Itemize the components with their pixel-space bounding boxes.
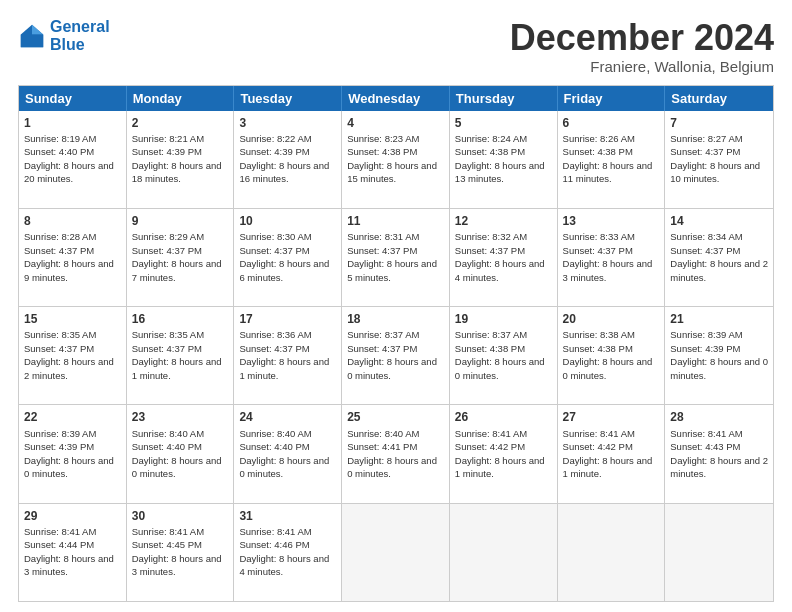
header-friday: Friday bbox=[558, 86, 666, 111]
logo-general: General bbox=[50, 18, 110, 35]
cell-info: Sunrise: 8:40 AMSunset: 4:40 PMDaylight:… bbox=[239, 428, 329, 480]
cal-cell-29: 29Sunrise: 8:41 AMSunset: 4:44 PMDayligh… bbox=[19, 504, 127, 601]
header: General Blue December 2024 Franiere, Wal… bbox=[18, 18, 774, 75]
cal-cell-empty bbox=[558, 504, 666, 601]
location: Franiere, Wallonia, Belgium bbox=[510, 58, 774, 75]
cal-cell-14: 14Sunrise: 8:34 AMSunset: 4:37 PMDayligh… bbox=[665, 209, 773, 306]
cal-cell-18: 18Sunrise: 8:37 AMSunset: 4:37 PMDayligh… bbox=[342, 307, 450, 404]
day-number: 11 bbox=[347, 213, 444, 229]
cell-info: Sunrise: 8:21 AMSunset: 4:39 PMDaylight:… bbox=[132, 133, 222, 185]
day-number: 18 bbox=[347, 311, 444, 327]
cal-cell-6: 6Sunrise: 8:26 AMSunset: 4:38 PMDaylight… bbox=[558, 111, 666, 208]
cal-row-4: 22Sunrise: 8:39 AMSunset: 4:39 PMDayligh… bbox=[19, 404, 773, 502]
cell-info: Sunrise: 8:29 AMSunset: 4:37 PMDaylight:… bbox=[132, 231, 222, 283]
day-number: 8 bbox=[24, 213, 121, 229]
cal-cell-11: 11Sunrise: 8:31 AMSunset: 4:37 PMDayligh… bbox=[342, 209, 450, 306]
cell-info: Sunrise: 8:26 AMSunset: 4:38 PMDaylight:… bbox=[563, 133, 653, 185]
cal-cell-20: 20Sunrise: 8:38 AMSunset: 4:38 PMDayligh… bbox=[558, 307, 666, 404]
cal-cell-2: 2Sunrise: 8:21 AMSunset: 4:39 PMDaylight… bbox=[127, 111, 235, 208]
day-number: 29 bbox=[24, 508, 121, 524]
day-number: 10 bbox=[239, 213, 336, 229]
logo-blue: Blue bbox=[50, 36, 110, 54]
cal-cell-16: 16Sunrise: 8:35 AMSunset: 4:37 PMDayligh… bbox=[127, 307, 235, 404]
cal-cell-22: 22Sunrise: 8:39 AMSunset: 4:39 PMDayligh… bbox=[19, 405, 127, 502]
cal-cell-3: 3Sunrise: 8:22 AMSunset: 4:39 PMDaylight… bbox=[234, 111, 342, 208]
day-number: 28 bbox=[670, 409, 768, 425]
calendar: Sunday Monday Tuesday Wednesday Thursday… bbox=[18, 85, 774, 602]
header-tuesday: Tuesday bbox=[234, 86, 342, 111]
day-number: 9 bbox=[132, 213, 229, 229]
cal-cell-8: 8Sunrise: 8:28 AMSunset: 4:37 PMDaylight… bbox=[19, 209, 127, 306]
calendar-body: 1Sunrise: 8:19 AMSunset: 4:40 PMDaylight… bbox=[19, 111, 773, 601]
day-number: 1 bbox=[24, 115, 121, 131]
cal-cell-9: 9Sunrise: 8:29 AMSunset: 4:37 PMDaylight… bbox=[127, 209, 235, 306]
calendar-header: Sunday Monday Tuesday Wednesday Thursday… bbox=[19, 86, 773, 111]
day-number: 13 bbox=[563, 213, 660, 229]
day-number: 16 bbox=[132, 311, 229, 327]
cell-info: Sunrise: 8:28 AMSunset: 4:37 PMDaylight:… bbox=[24, 231, 114, 283]
cell-info: Sunrise: 8:41 AMSunset: 4:45 PMDaylight:… bbox=[132, 526, 222, 578]
cell-info: Sunrise: 8:41 AMSunset: 4:42 PMDaylight:… bbox=[455, 428, 545, 480]
cal-cell-19: 19Sunrise: 8:37 AMSunset: 4:38 PMDayligh… bbox=[450, 307, 558, 404]
day-number: 25 bbox=[347, 409, 444, 425]
day-number: 5 bbox=[455, 115, 552, 131]
day-number: 24 bbox=[239, 409, 336, 425]
svg-marker-1 bbox=[32, 25, 43, 35]
cal-row-2: 8Sunrise: 8:28 AMSunset: 4:37 PMDaylight… bbox=[19, 208, 773, 306]
cell-info: Sunrise: 8:33 AMSunset: 4:37 PMDaylight:… bbox=[563, 231, 653, 283]
cal-cell-empty bbox=[342, 504, 450, 601]
cell-info: Sunrise: 8:30 AMSunset: 4:37 PMDaylight:… bbox=[239, 231, 329, 283]
cal-cell-7: 7Sunrise: 8:27 AMSunset: 4:37 PMDaylight… bbox=[665, 111, 773, 208]
cal-cell-24: 24Sunrise: 8:40 AMSunset: 4:40 PMDayligh… bbox=[234, 405, 342, 502]
cell-info: Sunrise: 8:41 AMSunset: 4:44 PMDaylight:… bbox=[24, 526, 114, 578]
page: General Blue December 2024 Franiere, Wal… bbox=[0, 0, 792, 612]
cal-cell-26: 26Sunrise: 8:41 AMSunset: 4:42 PMDayligh… bbox=[450, 405, 558, 502]
cal-cell-5: 5Sunrise: 8:24 AMSunset: 4:38 PMDaylight… bbox=[450, 111, 558, 208]
cal-cell-21: 21Sunrise: 8:39 AMSunset: 4:39 PMDayligh… bbox=[665, 307, 773, 404]
cell-info: Sunrise: 8:39 AMSunset: 4:39 PMDaylight:… bbox=[24, 428, 114, 480]
header-wednesday: Wednesday bbox=[342, 86, 450, 111]
cell-info: Sunrise: 8:40 AMSunset: 4:40 PMDaylight:… bbox=[132, 428, 222, 480]
day-number: 2 bbox=[132, 115, 229, 131]
day-number: 21 bbox=[670, 311, 768, 327]
cal-cell-30: 30Sunrise: 8:41 AMSunset: 4:45 PMDayligh… bbox=[127, 504, 235, 601]
day-number: 26 bbox=[455, 409, 552, 425]
cal-row-1: 1Sunrise: 8:19 AMSunset: 4:40 PMDaylight… bbox=[19, 111, 773, 208]
cal-cell-31: 31Sunrise: 8:41 AMSunset: 4:46 PMDayligh… bbox=[234, 504, 342, 601]
cal-cell-17: 17Sunrise: 8:36 AMSunset: 4:37 PMDayligh… bbox=[234, 307, 342, 404]
cell-info: Sunrise: 8:23 AMSunset: 4:38 PMDaylight:… bbox=[347, 133, 437, 185]
day-number: 6 bbox=[563, 115, 660, 131]
cell-info: Sunrise: 8:39 AMSunset: 4:39 PMDaylight:… bbox=[670, 329, 768, 381]
day-number: 4 bbox=[347, 115, 444, 131]
cal-cell-28: 28Sunrise: 8:41 AMSunset: 4:43 PMDayligh… bbox=[665, 405, 773, 502]
header-saturday: Saturday bbox=[665, 86, 773, 111]
cell-info: Sunrise: 8:19 AMSunset: 4:40 PMDaylight:… bbox=[24, 133, 114, 185]
cal-cell-empty bbox=[665, 504, 773, 601]
svg-rect-2 bbox=[21, 35, 43, 48]
cal-cell-13: 13Sunrise: 8:33 AMSunset: 4:37 PMDayligh… bbox=[558, 209, 666, 306]
day-number: 15 bbox=[24, 311, 121, 327]
day-number: 12 bbox=[455, 213, 552, 229]
logo-icon bbox=[18, 22, 46, 50]
cell-info: Sunrise: 8:40 AMSunset: 4:41 PMDaylight:… bbox=[347, 428, 437, 480]
cell-info: Sunrise: 8:31 AMSunset: 4:37 PMDaylight:… bbox=[347, 231, 437, 283]
cell-info: Sunrise: 8:34 AMSunset: 4:37 PMDaylight:… bbox=[670, 231, 768, 283]
cell-info: Sunrise: 8:22 AMSunset: 4:39 PMDaylight:… bbox=[239, 133, 329, 185]
cal-row-5: 29Sunrise: 8:41 AMSunset: 4:44 PMDayligh… bbox=[19, 503, 773, 601]
title-area: December 2024 Franiere, Wallonia, Belgiu… bbox=[510, 18, 774, 75]
day-number: 20 bbox=[563, 311, 660, 327]
cal-cell-25: 25Sunrise: 8:40 AMSunset: 4:41 PMDayligh… bbox=[342, 405, 450, 502]
cell-info: Sunrise: 8:37 AMSunset: 4:37 PMDaylight:… bbox=[347, 329, 437, 381]
cal-cell-27: 27Sunrise: 8:41 AMSunset: 4:42 PMDayligh… bbox=[558, 405, 666, 502]
cell-info: Sunrise: 8:24 AMSunset: 4:38 PMDaylight:… bbox=[455, 133, 545, 185]
day-number: 14 bbox=[670, 213, 768, 229]
header-thursday: Thursday bbox=[450, 86, 558, 111]
cell-info: Sunrise: 8:36 AMSunset: 4:37 PMDaylight:… bbox=[239, 329, 329, 381]
cell-info: Sunrise: 8:41 AMSunset: 4:43 PMDaylight:… bbox=[670, 428, 768, 480]
day-number: 3 bbox=[239, 115, 336, 131]
logo: General Blue bbox=[18, 18, 110, 55]
day-number: 7 bbox=[670, 115, 768, 131]
cal-cell-12: 12Sunrise: 8:32 AMSunset: 4:37 PMDayligh… bbox=[450, 209, 558, 306]
day-number: 22 bbox=[24, 409, 121, 425]
logo-text: General Blue bbox=[50, 18, 110, 55]
